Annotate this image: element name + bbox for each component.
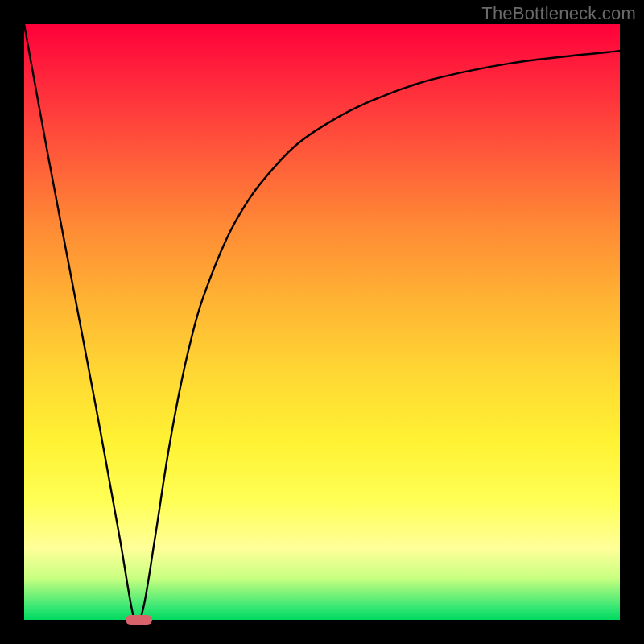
bottleneck-curve <box>24 24 620 620</box>
optimal-marker <box>126 615 152 625</box>
watermark-text: TheBottleneck.com <box>481 3 636 24</box>
plot-area <box>24 24 620 620</box>
chart-frame: TheBottleneck.com <box>0 0 644 644</box>
